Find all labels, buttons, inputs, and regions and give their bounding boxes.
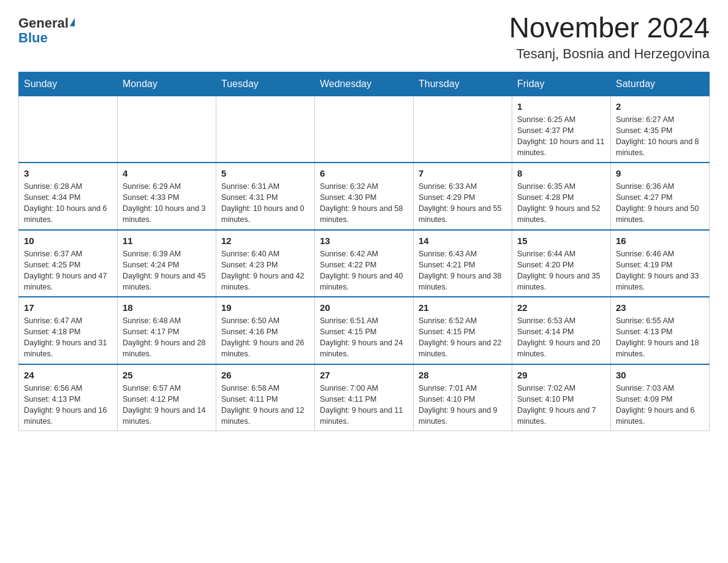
weekday-header-wednesday: Wednesday bbox=[315, 72, 414, 96]
calendar-cell: 1Sunrise: 6:25 AMSunset: 4:37 PMDaylight… bbox=[512, 96, 611, 163]
day-info: Sunrise: 6:55 AMSunset: 4:13 PMDaylight:… bbox=[616, 315, 704, 360]
day-number: 16 bbox=[616, 234, 704, 247]
day-number: 12 bbox=[221, 234, 309, 247]
weekday-header-friday: Friday bbox=[512, 72, 611, 96]
calendar-cell: 13Sunrise: 6:42 AMSunset: 4:22 PMDayligh… bbox=[315, 230, 414, 297]
calendar-cell: 7Sunrise: 6:33 AMSunset: 4:29 PMDaylight… bbox=[414, 163, 512, 230]
day-info: Sunrise: 6:56 AMSunset: 4:13 PMDaylight:… bbox=[24, 383, 112, 427]
calendar-cell: 30Sunrise: 7:03 AMSunset: 4:09 PMDayligh… bbox=[611, 364, 710, 431]
calendar-cell: 24Sunrise: 6:56 AMSunset: 4:13 PMDayligh… bbox=[19, 364, 118, 431]
calendar-cell: 9Sunrise: 6:36 AMSunset: 4:27 PMDaylight… bbox=[611, 163, 710, 230]
header: General Blue November 2024 Tesanj, Bosni… bbox=[18, 12, 710, 62]
day-info: Sunrise: 6:28 AMSunset: 4:34 PMDaylight:… bbox=[24, 181, 112, 226]
calendar-cell: 21Sunrise: 6:52 AMSunset: 4:15 PMDayligh… bbox=[414, 297, 512, 364]
month-title: November 2024 bbox=[509, 12, 710, 44]
calendar-cell: 29Sunrise: 7:02 AMSunset: 4:10 PMDayligh… bbox=[512, 364, 611, 431]
day-number: 9 bbox=[616, 167, 704, 180]
calendar-cell: 10Sunrise: 6:37 AMSunset: 4:25 PMDayligh… bbox=[19, 230, 118, 297]
day-number: 19 bbox=[221, 301, 309, 314]
day-number: 29 bbox=[517, 369, 605, 381]
day-info: Sunrise: 6:42 AMSunset: 4:22 PMDaylight:… bbox=[320, 248, 408, 293]
day-number: 22 bbox=[517, 301, 605, 314]
week-row-5: 24Sunrise: 6:56 AMSunset: 4:13 PMDayligh… bbox=[19, 364, 710, 431]
day-info: Sunrise: 6:52 AMSunset: 4:15 PMDaylight:… bbox=[419, 315, 507, 360]
day-number: 15 bbox=[517, 234, 605, 247]
day-info: Sunrise: 6:37 AMSunset: 4:25 PMDaylight:… bbox=[24, 248, 112, 293]
day-info: Sunrise: 6:36 AMSunset: 4:27 PMDaylight:… bbox=[616, 181, 704, 226]
calendar-cell: 6Sunrise: 6:32 AMSunset: 4:30 PMDaylight… bbox=[315, 163, 414, 230]
day-number: 23 bbox=[616, 301, 704, 314]
calendar-cell: 27Sunrise: 7:00 AMSunset: 4:11 PMDayligh… bbox=[315, 364, 414, 431]
day-number: 13 bbox=[320, 234, 408, 247]
day-info: Sunrise: 6:43 AMSunset: 4:21 PMDaylight:… bbox=[419, 248, 507, 293]
calendar-cell: 28Sunrise: 7:01 AMSunset: 4:10 PMDayligh… bbox=[414, 364, 512, 431]
weekday-header-monday: Monday bbox=[118, 72, 216, 96]
day-info: Sunrise: 6:39 AMSunset: 4:24 PMDaylight:… bbox=[123, 248, 211, 293]
day-number: 8 bbox=[517, 167, 605, 180]
logo-general-text: General bbox=[18, 16, 69, 31]
day-number: 11 bbox=[123, 234, 211, 247]
calendar-cell: 15Sunrise: 6:44 AMSunset: 4:20 PMDayligh… bbox=[512, 230, 611, 297]
calendar-cell: 3Sunrise: 6:28 AMSunset: 4:34 PMDaylight… bbox=[19, 163, 118, 230]
day-info: Sunrise: 6:27 AMSunset: 4:35 PMDaylight:… bbox=[616, 114, 704, 159]
day-info: Sunrise: 6:57 AMSunset: 4:12 PMDaylight:… bbox=[123, 383, 211, 427]
logo-triangle-icon bbox=[70, 18, 75, 26]
calendar-cell bbox=[19, 96, 118, 163]
calendar-cell: 20Sunrise: 6:51 AMSunset: 4:15 PMDayligh… bbox=[315, 297, 414, 364]
day-info: Sunrise: 6:25 AMSunset: 4:37 PMDaylight:… bbox=[517, 114, 605, 159]
calendar-cell: 17Sunrise: 6:47 AMSunset: 4:18 PMDayligh… bbox=[19, 297, 118, 364]
day-number: 26 bbox=[221, 369, 309, 381]
day-info: Sunrise: 6:33 AMSunset: 4:29 PMDaylight:… bbox=[419, 181, 507, 226]
day-number: 5 bbox=[221, 167, 309, 180]
day-number: 18 bbox=[123, 301, 211, 314]
day-info: Sunrise: 6:58 AMSunset: 4:11 PMDaylight:… bbox=[221, 383, 309, 427]
day-number: 28 bbox=[419, 369, 507, 381]
weekday-header-saturday: Saturday bbox=[611, 72, 710, 96]
calendar-cell bbox=[315, 96, 414, 163]
day-number: 20 bbox=[320, 301, 408, 314]
calendar-cell bbox=[414, 96, 512, 163]
week-row-3: 10Sunrise: 6:37 AMSunset: 4:25 PMDayligh… bbox=[19, 230, 710, 297]
day-info: Sunrise: 6:29 AMSunset: 4:33 PMDaylight:… bbox=[123, 181, 211, 226]
weekday-header-row: SundayMondayTuesdayWednesdayThursdayFrid… bbox=[19, 72, 710, 96]
calendar-cell bbox=[216, 96, 315, 163]
day-number: 14 bbox=[419, 234, 507, 247]
day-number: 4 bbox=[123, 167, 211, 180]
weekday-header-sunday: Sunday bbox=[19, 72, 118, 96]
day-number: 3 bbox=[24, 167, 112, 180]
calendar-table: SundayMondayTuesdayWednesdayThursdayFrid… bbox=[18, 72, 710, 432]
day-info: Sunrise: 6:46 AMSunset: 4:19 PMDaylight:… bbox=[616, 248, 704, 293]
calendar-cell bbox=[118, 96, 216, 163]
day-info: Sunrise: 7:03 AMSunset: 4:09 PMDaylight:… bbox=[616, 383, 704, 427]
day-info: Sunrise: 6:35 AMSunset: 4:28 PMDaylight:… bbox=[517, 181, 605, 226]
calendar-cell: 26Sunrise: 6:58 AMSunset: 4:11 PMDayligh… bbox=[216, 364, 315, 431]
calendar-cell: 16Sunrise: 6:46 AMSunset: 4:19 PMDayligh… bbox=[611, 230, 710, 297]
calendar-cell: 19Sunrise: 6:50 AMSunset: 4:16 PMDayligh… bbox=[216, 297, 315, 364]
day-number: 21 bbox=[419, 301, 507, 314]
calendar-cell: 14Sunrise: 6:43 AMSunset: 4:21 PMDayligh… bbox=[414, 230, 512, 297]
day-info: Sunrise: 7:01 AMSunset: 4:10 PMDaylight:… bbox=[419, 383, 507, 427]
day-number: 6 bbox=[320, 167, 408, 180]
day-number: 25 bbox=[123, 369, 211, 381]
day-info: Sunrise: 7:00 AMSunset: 4:11 PMDaylight:… bbox=[320, 383, 408, 427]
calendar-cell: 25Sunrise: 6:57 AMSunset: 4:12 PMDayligh… bbox=[118, 364, 216, 431]
week-row-4: 17Sunrise: 6:47 AMSunset: 4:18 PMDayligh… bbox=[19, 297, 710, 364]
day-info: Sunrise: 6:50 AMSunset: 4:16 PMDaylight:… bbox=[221, 315, 309, 360]
calendar-cell: 12Sunrise: 6:40 AMSunset: 4:23 PMDayligh… bbox=[216, 230, 315, 297]
calendar-cell: 23Sunrise: 6:55 AMSunset: 4:13 PMDayligh… bbox=[611, 297, 710, 364]
logo-blue-text: Blue bbox=[18, 31, 48, 45]
calendar-cell: 5Sunrise: 6:31 AMSunset: 4:31 PMDaylight… bbox=[216, 163, 315, 230]
day-info: Sunrise: 6:31 AMSunset: 4:31 PMDaylight:… bbox=[221, 181, 309, 226]
day-number: 7 bbox=[419, 167, 507, 180]
day-number: 30 bbox=[616, 369, 704, 381]
day-info: Sunrise: 7:02 AMSunset: 4:10 PMDaylight:… bbox=[517, 383, 605, 427]
day-info: Sunrise: 6:51 AMSunset: 4:15 PMDaylight:… bbox=[320, 315, 408, 360]
day-number: 1 bbox=[517, 100, 605, 113]
day-number: 2 bbox=[616, 100, 704, 113]
calendar-cell: 11Sunrise: 6:39 AMSunset: 4:24 PMDayligh… bbox=[118, 230, 216, 297]
day-number: 17 bbox=[24, 301, 112, 314]
calendar-cell: 18Sunrise: 6:48 AMSunset: 4:17 PMDayligh… bbox=[118, 297, 216, 364]
day-info: Sunrise: 6:47 AMSunset: 4:18 PMDaylight:… bbox=[24, 315, 112, 360]
day-info: Sunrise: 6:32 AMSunset: 4:30 PMDaylight:… bbox=[320, 181, 408, 226]
day-info: Sunrise: 6:40 AMSunset: 4:23 PMDaylight:… bbox=[221, 248, 309, 293]
